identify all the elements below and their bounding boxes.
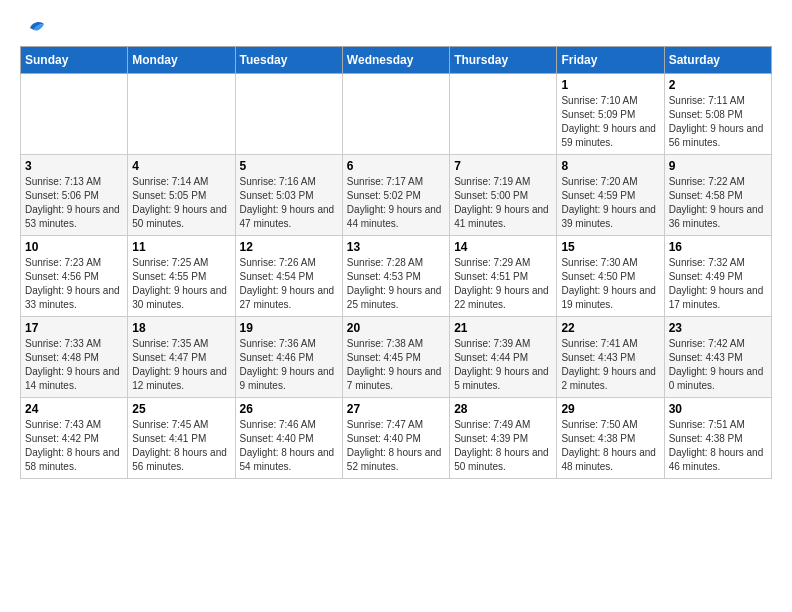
day-info: Sunrise: 7:30 AM Sunset: 4:50 PM Dayligh… [561, 256, 659, 312]
calendar-cell: 20Sunrise: 7:38 AM Sunset: 4:45 PM Dayli… [342, 317, 449, 398]
column-header-wednesday: Wednesday [342, 47, 449, 74]
calendar-cell: 10Sunrise: 7:23 AM Sunset: 4:56 PM Dayli… [21, 236, 128, 317]
day-number: 11 [132, 240, 230, 254]
calendar-cell: 6Sunrise: 7:17 AM Sunset: 5:02 PM Daylig… [342, 155, 449, 236]
day-number: 24 [25, 402, 123, 416]
day-info: Sunrise: 7:23 AM Sunset: 4:56 PM Dayligh… [25, 256, 123, 312]
day-number: 4 [132, 159, 230, 173]
day-number: 27 [347, 402, 445, 416]
calendar-cell [342, 74, 449, 155]
calendar-cell: 19Sunrise: 7:36 AM Sunset: 4:46 PM Dayli… [235, 317, 342, 398]
calendar-cell: 21Sunrise: 7:39 AM Sunset: 4:44 PM Dayli… [450, 317, 557, 398]
calendar-week-row: 3Sunrise: 7:13 AM Sunset: 5:06 PM Daylig… [21, 155, 772, 236]
day-number: 7 [454, 159, 552, 173]
day-info: Sunrise: 7:46 AM Sunset: 4:40 PM Dayligh… [240, 418, 338, 474]
day-number: 23 [669, 321, 767, 335]
calendar-cell: 27Sunrise: 7:47 AM Sunset: 4:40 PM Dayli… [342, 398, 449, 479]
day-info: Sunrise: 7:20 AM Sunset: 4:59 PM Dayligh… [561, 175, 659, 231]
calendar-cell: 7Sunrise: 7:19 AM Sunset: 5:00 PM Daylig… [450, 155, 557, 236]
day-info: Sunrise: 7:36 AM Sunset: 4:46 PM Dayligh… [240, 337, 338, 393]
day-info: Sunrise: 7:51 AM Sunset: 4:38 PM Dayligh… [669, 418, 767, 474]
calendar-cell: 23Sunrise: 7:42 AM Sunset: 4:43 PM Dayli… [664, 317, 771, 398]
column-header-thursday: Thursday [450, 47, 557, 74]
day-number: 28 [454, 402, 552, 416]
day-info: Sunrise: 7:35 AM Sunset: 4:47 PM Dayligh… [132, 337, 230, 393]
calendar-cell: 9Sunrise: 7:22 AM Sunset: 4:58 PM Daylig… [664, 155, 771, 236]
page-header [20, 20, 772, 36]
column-header-tuesday: Tuesday [235, 47, 342, 74]
day-info: Sunrise: 7:16 AM Sunset: 5:03 PM Dayligh… [240, 175, 338, 231]
column-header-saturday: Saturday [664, 47, 771, 74]
day-info: Sunrise: 7:29 AM Sunset: 4:51 PM Dayligh… [454, 256, 552, 312]
day-info: Sunrise: 7:14 AM Sunset: 5:05 PM Dayligh… [132, 175, 230, 231]
calendar-cell: 29Sunrise: 7:50 AM Sunset: 4:38 PM Dayli… [557, 398, 664, 479]
day-info: Sunrise: 7:43 AM Sunset: 4:42 PM Dayligh… [25, 418, 123, 474]
calendar-cell: 1Sunrise: 7:10 AM Sunset: 5:09 PM Daylig… [557, 74, 664, 155]
day-info: Sunrise: 7:49 AM Sunset: 4:39 PM Dayligh… [454, 418, 552, 474]
calendar-cell: 18Sunrise: 7:35 AM Sunset: 4:47 PM Dayli… [128, 317, 235, 398]
day-number: 30 [669, 402, 767, 416]
day-info: Sunrise: 7:38 AM Sunset: 4:45 PM Dayligh… [347, 337, 445, 393]
calendar-header-row: SundayMondayTuesdayWednesdayThursdayFrid… [21, 47, 772, 74]
day-info: Sunrise: 7:47 AM Sunset: 4:40 PM Dayligh… [347, 418, 445, 474]
calendar-week-row: 17Sunrise: 7:33 AM Sunset: 4:48 PM Dayli… [21, 317, 772, 398]
day-info: Sunrise: 7:13 AM Sunset: 5:06 PM Dayligh… [25, 175, 123, 231]
column-header-sunday: Sunday [21, 47, 128, 74]
calendar-cell: 12Sunrise: 7:26 AM Sunset: 4:54 PM Dayli… [235, 236, 342, 317]
day-number: 26 [240, 402, 338, 416]
column-header-monday: Monday [128, 47, 235, 74]
calendar-cell [128, 74, 235, 155]
day-info: Sunrise: 7:28 AM Sunset: 4:53 PM Dayligh… [347, 256, 445, 312]
day-info: Sunrise: 7:19 AM Sunset: 5:00 PM Dayligh… [454, 175, 552, 231]
day-number: 5 [240, 159, 338, 173]
calendar-cell: 13Sunrise: 7:28 AM Sunset: 4:53 PM Dayli… [342, 236, 449, 317]
day-info: Sunrise: 7:33 AM Sunset: 4:48 PM Dayligh… [25, 337, 123, 393]
day-number: 10 [25, 240, 123, 254]
calendar-cell: 22Sunrise: 7:41 AM Sunset: 4:43 PM Dayli… [557, 317, 664, 398]
calendar-cell: 11Sunrise: 7:25 AM Sunset: 4:55 PM Dayli… [128, 236, 235, 317]
day-number: 9 [669, 159, 767, 173]
day-number: 15 [561, 240, 659, 254]
day-info: Sunrise: 7:39 AM Sunset: 4:44 PM Dayligh… [454, 337, 552, 393]
calendar-table: SundayMondayTuesdayWednesdayThursdayFrid… [20, 46, 772, 479]
day-number: 20 [347, 321, 445, 335]
day-number: 29 [561, 402, 659, 416]
calendar-cell: 28Sunrise: 7:49 AM Sunset: 4:39 PM Dayli… [450, 398, 557, 479]
day-number: 13 [347, 240, 445, 254]
day-number: 8 [561, 159, 659, 173]
day-number: 16 [669, 240, 767, 254]
calendar-cell: 17Sunrise: 7:33 AM Sunset: 4:48 PM Dayli… [21, 317, 128, 398]
calendar-cell: 26Sunrise: 7:46 AM Sunset: 4:40 PM Dayli… [235, 398, 342, 479]
logo [20, 20, 44, 36]
day-info: Sunrise: 7:50 AM Sunset: 4:38 PM Dayligh… [561, 418, 659, 474]
calendar-cell: 5Sunrise: 7:16 AM Sunset: 5:03 PM Daylig… [235, 155, 342, 236]
day-number: 2 [669, 78, 767, 92]
calendar-cell: 16Sunrise: 7:32 AM Sunset: 4:49 PM Dayli… [664, 236, 771, 317]
day-info: Sunrise: 7:17 AM Sunset: 5:02 PM Dayligh… [347, 175, 445, 231]
day-number: 14 [454, 240, 552, 254]
day-number: 25 [132, 402, 230, 416]
day-info: Sunrise: 7:22 AM Sunset: 4:58 PM Dayligh… [669, 175, 767, 231]
calendar-week-row: 24Sunrise: 7:43 AM Sunset: 4:42 PM Dayli… [21, 398, 772, 479]
day-info: Sunrise: 7:11 AM Sunset: 5:08 PM Dayligh… [669, 94, 767, 150]
calendar-cell: 8Sunrise: 7:20 AM Sunset: 4:59 PM Daylig… [557, 155, 664, 236]
day-number: 21 [454, 321, 552, 335]
day-number: 18 [132, 321, 230, 335]
day-number: 6 [347, 159, 445, 173]
calendar-cell: 3Sunrise: 7:13 AM Sunset: 5:06 PM Daylig… [21, 155, 128, 236]
calendar-cell: 2Sunrise: 7:11 AM Sunset: 5:08 PM Daylig… [664, 74, 771, 155]
calendar-cell: 15Sunrise: 7:30 AM Sunset: 4:50 PM Dayli… [557, 236, 664, 317]
day-info: Sunrise: 7:26 AM Sunset: 4:54 PM Dayligh… [240, 256, 338, 312]
day-number: 3 [25, 159, 123, 173]
calendar-week-row: 1Sunrise: 7:10 AM Sunset: 5:09 PM Daylig… [21, 74, 772, 155]
calendar-cell: 14Sunrise: 7:29 AM Sunset: 4:51 PM Dayli… [450, 236, 557, 317]
day-number: 22 [561, 321, 659, 335]
day-info: Sunrise: 7:41 AM Sunset: 4:43 PM Dayligh… [561, 337, 659, 393]
calendar-cell [21, 74, 128, 155]
calendar-cell: 4Sunrise: 7:14 AM Sunset: 5:05 PM Daylig… [128, 155, 235, 236]
day-number: 19 [240, 321, 338, 335]
day-number: 17 [25, 321, 123, 335]
logo-bird-icon [22, 20, 44, 36]
calendar-cell: 30Sunrise: 7:51 AM Sunset: 4:38 PM Dayli… [664, 398, 771, 479]
day-info: Sunrise: 7:45 AM Sunset: 4:41 PM Dayligh… [132, 418, 230, 474]
